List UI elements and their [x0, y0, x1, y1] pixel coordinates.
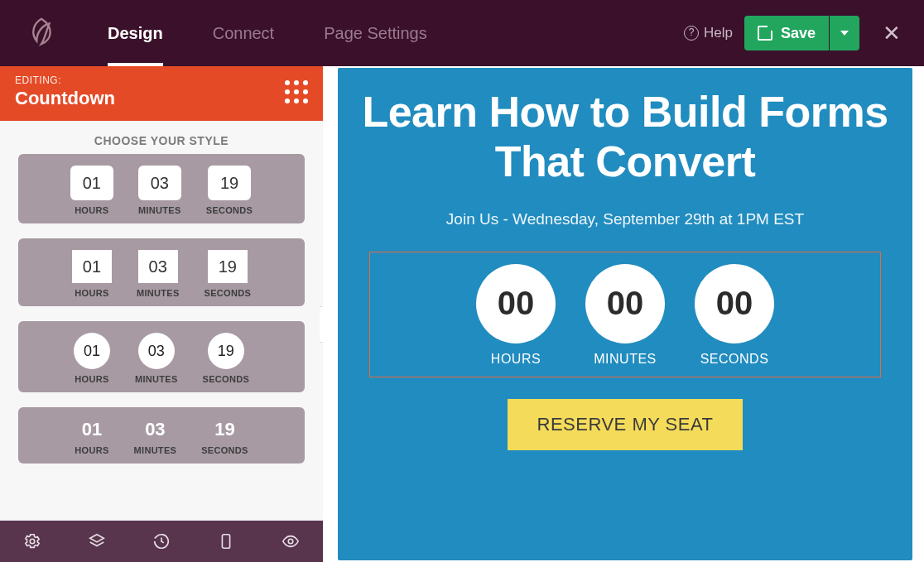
style-option-2[interactable]: 01HOURS 03MINUTES 19SECONDS — [18, 238, 305, 306]
seconds-label: SECONDS — [203, 374, 250, 384]
countdown-hours-value: 00 — [476, 264, 556, 343]
settings-icon[interactable] — [16, 525, 49, 558]
svg-rect-1 — [222, 535, 229, 549]
style4-hours-value: 01 — [82, 419, 102, 440]
top-bar: Design Connect Page Settings ? Help Save… — [0, 0, 924, 66]
save-button[interactable]: Save — [744, 16, 829, 50]
help-link[interactable]: ? Help — [684, 25, 733, 41]
minutes-label: MINUTES — [134, 445, 177, 455]
layers-icon[interactable] — [80, 525, 113, 558]
hours-label: HOURS — [75, 374, 108, 384]
history-icon[interactable] — [145, 525, 178, 558]
editing-header: EDITING: Countdown — [0, 66, 323, 121]
help-label: Help — [704, 25, 733, 41]
page-preview[interactable]: Learn How to Build Forms That Convert Jo… — [338, 68, 912, 560]
main-tabs: Design Connect Page Settings — [83, 0, 452, 66]
style4-minutes-value: 03 — [145, 419, 165, 440]
style1-hours-value: 01 — [70, 166, 113, 200]
style-option-3[interactable]: 01HOURS 03MINUTES 19SECONDS — [18, 321, 305, 392]
hours-label: HOURS — [75, 288, 108, 298]
tab-page-settings[interactable]: Page Settings — [299, 0, 452, 66]
choose-style-heading: CHOOSE YOUR STYLE — [0, 121, 323, 154]
seconds-label: SECONDS — [700, 352, 769, 367]
style1-seconds-value: 19 — [208, 166, 251, 200]
minutes-label: MINUTES — [135, 374, 178, 384]
help-icon: ? — [684, 26, 699, 41]
minutes-label: MINUTES — [594, 352, 657, 367]
style3-hours-value: 01 — [74, 333, 110, 369]
save-label: Save — [781, 25, 816, 42]
close-button[interactable]: ✕ — [879, 21, 904, 46]
panel-bottom-bar — [0, 521, 323, 562]
style2-seconds-value: 19 — [208, 250, 248, 283]
countdown-seconds-value: 00 — [695, 264, 774, 343]
cta-button[interactable]: RESERVE MY SEAT — [508, 399, 744, 450]
hours-label: HOURS — [491, 352, 541, 367]
svg-point-3 — [288, 539, 293, 544]
headline-text[interactable]: Learn How to Build Forms That Convert — [361, 84, 889, 195]
minutes-label: MINUTES — [138, 205, 181, 215]
svg-point-0 — [30, 539, 35, 544]
canvas[interactable]: Learn How to Build Forms That Convert Jo… — [323, 66, 924, 562]
editing-block-name: Countdown — [15, 88, 115, 109]
subhead-text[interactable]: Join Us - Wednesday, September 29th at 1… — [361, 210, 889, 228]
countdown-block-selected[interactable]: 00HOURS 00MINUTES 00SECONDS — [369, 252, 881, 377]
editing-label: EDITING: — [15, 74, 115, 86]
minutes-label: MINUTES — [137, 288, 180, 298]
save-icon — [758, 26, 772, 41]
seconds-label: SECONDS — [201, 445, 248, 455]
app-logo — [0, 0, 83, 66]
tab-connect[interactable]: Connect — [188, 0, 300, 66]
style-option-4[interactable]: 01HOURS 03MINUTES 19SECONDS — [18, 407, 305, 464]
drag-handle-icon[interactable] — [285, 80, 308, 103]
leaf-icon — [26, 16, 57, 50]
preview-icon[interactable] — [274, 525, 307, 558]
tab-design[interactable]: Design — [83, 0, 188, 66]
style2-minutes-value: 03 — [138, 250, 178, 283]
style4-seconds-value: 19 — [214, 419, 234, 440]
save-dropdown-button[interactable] — [830, 16, 859, 50]
side-panel: EDITING: Countdown CHOOSE YOUR STYLE 01H… — [0, 66, 323, 562]
hours-label: HOURS — [75, 445, 108, 455]
style-list: 01HOURS 03MINUTES 19SECONDS 01HOURS 03MI… — [0, 154, 323, 521]
seconds-label: SECONDS — [205, 288, 252, 298]
style2-hours-value: 01 — [72, 250, 112, 283]
mobile-preview-icon[interactable] — [209, 525, 243, 558]
caret-down-icon — [840, 31, 849, 36]
countdown-minutes-value: 00 — [585, 264, 665, 343]
style3-seconds-value: 19 — [208, 333, 244, 369]
hours-label: HOURS — [75, 205, 108, 215]
style-option-1[interactable]: 01HOURS 03MINUTES 19SECONDS — [18, 154, 305, 223]
style3-minutes-value: 03 — [138, 333, 175, 369]
seconds-label: SECONDS — [206, 205, 253, 215]
style1-minutes-value: 03 — [138, 166, 181, 200]
